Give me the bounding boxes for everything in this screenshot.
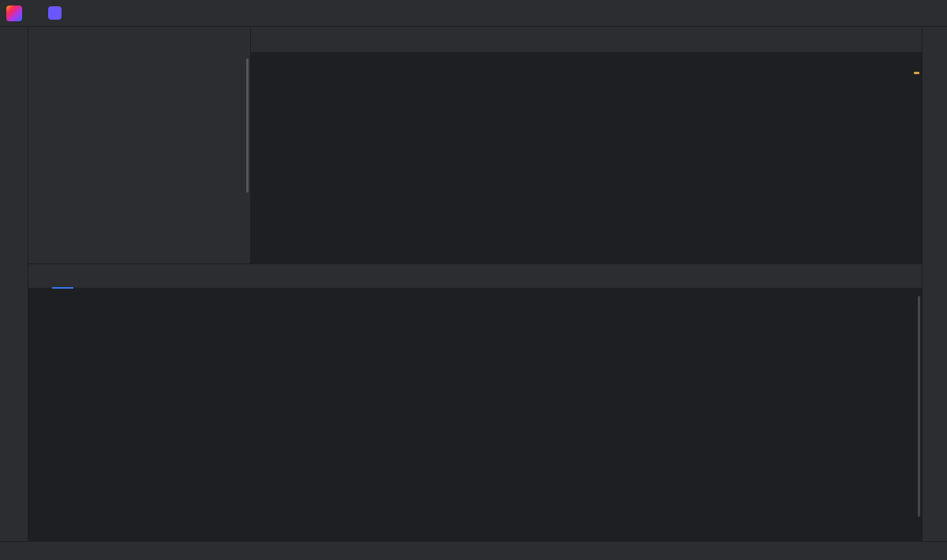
terminal-tab-local[interactable] [52,264,73,289]
warning-stripe-mark[interactable] [914,72,919,74]
project-panel-header [28,27,250,53]
window-minimize-button[interactable] [852,0,884,27]
terminal-options-icon[interactable] [873,267,893,286]
window-close-button[interactable] [915,0,947,27]
app-logo [6,6,22,21]
project-panel [28,27,251,263]
debug-button[interactable] [756,3,767,24]
status-bar [0,541,947,560]
tab-bar-actions [862,27,922,52]
code-editor[interactable] [251,53,922,263]
run-widget [723,3,780,24]
center-column [28,27,922,541]
tab-options-icon[interactable] [904,29,915,50]
terminal-scrollbar[interactable] [918,296,920,517]
project-selector[interactable] [43,3,75,24]
split-editor-icon[interactable] [876,29,887,50]
project-scrollbar[interactable] [246,58,249,192]
project-badge [48,6,62,20]
editor-area [251,27,922,263]
run-config-selector[interactable] [723,3,742,24]
editor-tab-bar [251,27,922,53]
terminal-output[interactable] [28,289,922,541]
search-icon[interactable] [830,3,841,24]
hamburger-menu-icon[interactable] [30,3,41,24]
translate-icon[interactable] [808,3,819,24]
titlebar-right [808,0,947,27]
vcs-selector[interactable] [77,3,92,24]
terminal-header [28,264,922,289]
left-tool-stripe [0,27,28,541]
structure-list-icon[interactable] [862,29,873,50]
right-tool-stripe [922,27,947,541]
top-row [28,27,922,263]
main-area [0,27,947,541]
code-with-me-icon[interactable] [819,3,830,24]
editor-layout-icon[interactable] [890,29,901,50]
titlebar [0,0,947,27]
terminal-panel [28,263,922,541]
run-button[interactable] [743,3,754,24]
titlebar-left [6,3,92,24]
settings-gear-icon[interactable] [841,3,852,24]
hide-terminal-icon[interactable] [895,267,915,286]
terminal-dropdown-icon[interactable] [97,267,118,286]
ide-window [0,0,947,560]
window-maximize-button[interactable] [884,0,915,27]
new-terminal-button[interactable] [75,267,95,286]
more-run-actions-icon[interactable] [769,3,780,24]
